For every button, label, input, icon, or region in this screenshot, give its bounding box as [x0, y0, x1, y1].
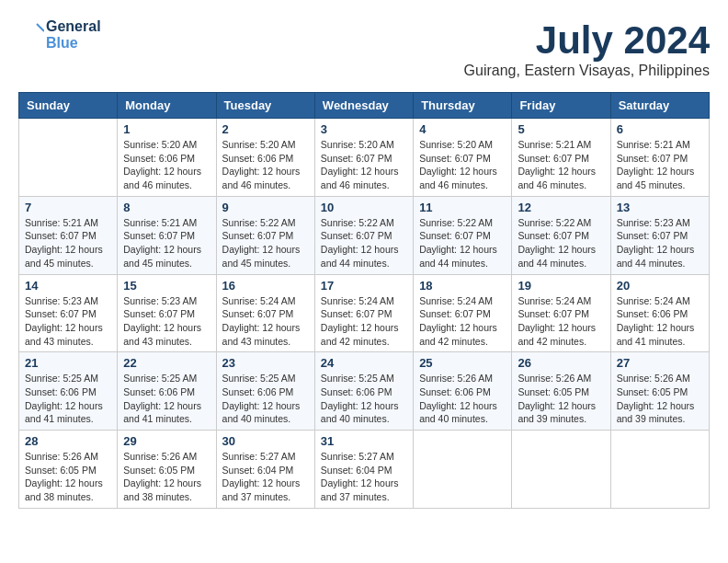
- day-of-week-header: Sunday: [19, 93, 118, 119]
- day-info: Sunrise: 5:24 AM Sunset: 6:06 PM Dayligh…: [617, 294, 703, 349]
- location-title: Guirang, Eastern Visayas, Philippines: [464, 63, 710, 79]
- calendar-day-cell: 27Sunrise: 5:26 AM Sunset: 6:05 PM Dayli…: [610, 352, 709, 431]
- calendar-day-cell: 12Sunrise: 5:22 AM Sunset: 6:07 PM Dayli…: [512, 196, 610, 274]
- calendar-day-cell: 8Sunrise: 5:21 AM Sunset: 6:07 PM Daylig…: [118, 196, 216, 274]
- day-number: 1: [123, 122, 210, 136]
- calendar-day-cell: 30Sunrise: 5:27 AM Sunset: 6:04 PM Dayli…: [216, 431, 314, 509]
- day-number: 22: [123, 356, 210, 370]
- calendar-day-cell: 1Sunrise: 5:20 AM Sunset: 6:06 PM Daylig…: [118, 119, 216, 197]
- month-year-title: July 2024: [464, 18, 710, 63]
- day-info: Sunrise: 5:27 AM Sunset: 6:04 PM Dayligh…: [321, 450, 407, 504]
- day-info: Sunrise: 5:21 AM Sunset: 6:07 PM Dayligh…: [123, 216, 210, 270]
- day-info: Sunrise: 5:20 AM Sunset: 6:07 PM Dayligh…: [419, 138, 506, 192]
- day-number: 2: [222, 122, 309, 136]
- day-info: Sunrise: 5:22 AM Sunset: 6:07 PM Dayligh…: [419, 216, 506, 270]
- day-info: Sunrise: 5:26 AM Sunset: 6:05 PM Dayligh…: [617, 372, 703, 426]
- day-number: 18: [419, 279, 506, 293]
- calendar-day-cell: 25Sunrise: 5:26 AM Sunset: 6:06 PM Dayli…: [414, 352, 512, 431]
- day-number: 16: [222, 279, 309, 293]
- day-info: Sunrise: 5:25 AM Sunset: 6:06 PM Dayligh…: [123, 372, 210, 426]
- empty-cell: [610, 431, 709, 509]
- day-number: 10: [321, 201, 407, 214]
- calendar-day-cell: 11Sunrise: 5:22 AM Sunset: 6:07 PM Dayli…: [414, 196, 512, 274]
- logo-blue: Blue: [46, 35, 101, 52]
- calendar-day-cell: 29Sunrise: 5:26 AM Sunset: 6:05 PM Dayli…: [118, 431, 216, 509]
- day-info: Sunrise: 5:21 AM Sunset: 6:07 PM Dayligh…: [617, 138, 703, 192]
- day-info: Sunrise: 5:21 AM Sunset: 6:07 PM Dayligh…: [25, 216, 111, 270]
- logo: General Blue: [18, 18, 101, 51]
- day-number: 30: [222, 434, 309, 448]
- day-number: 20: [617, 279, 703, 293]
- day-of-week-header: Friday: [512, 93, 610, 119]
- day-number: 24: [321, 356, 407, 370]
- day-number: 27: [617, 356, 703, 370]
- calendar-day-cell: 23Sunrise: 5:25 AM Sunset: 6:06 PM Dayli…: [216, 352, 314, 431]
- day-number: 21: [25, 356, 111, 370]
- calendar-day-cell: 5Sunrise: 5:21 AM Sunset: 6:07 PM Daylig…: [512, 119, 610, 197]
- day-info: Sunrise: 5:21 AM Sunset: 6:07 PM Dayligh…: [518, 138, 604, 192]
- calendar-day-cell: 14Sunrise: 5:23 AM Sunset: 6:07 PM Dayli…: [19, 274, 118, 352]
- day-number: 19: [518, 279, 604, 293]
- logo-general: General: [46, 18, 101, 35]
- day-info: Sunrise: 5:26 AM Sunset: 6:06 PM Dayligh…: [419, 372, 506, 426]
- calendar-day-cell: 9Sunrise: 5:22 AM Sunset: 6:07 PM Daylig…: [216, 196, 314, 274]
- day-number: 8: [123, 201, 210, 214]
- day-of-week-header: Saturday: [610, 93, 709, 119]
- calendar-day-cell: 24Sunrise: 5:25 AM Sunset: 6:06 PM Dayli…: [314, 352, 413, 431]
- day-info: Sunrise: 5:23 AM Sunset: 6:07 PM Dayligh…: [617, 216, 703, 270]
- day-number: 4: [419, 122, 506, 136]
- day-number: 17: [321, 279, 407, 293]
- day-info: Sunrise: 5:24 AM Sunset: 6:07 PM Dayligh…: [321, 294, 407, 349]
- day-info: Sunrise: 5:24 AM Sunset: 6:07 PM Dayligh…: [518, 294, 604, 349]
- calendar-day-cell: 18Sunrise: 5:24 AM Sunset: 6:07 PM Dayli…: [414, 274, 512, 352]
- calendar-day-cell: 3Sunrise: 5:20 AM Sunset: 6:07 PM Daylig…: [314, 119, 413, 197]
- day-info: Sunrise: 5:24 AM Sunset: 6:07 PM Dayligh…: [419, 294, 506, 349]
- day-of-week-header: Tuesday: [216, 93, 314, 119]
- day-info: Sunrise: 5:23 AM Sunset: 6:07 PM Dayligh…: [25, 294, 111, 349]
- calendar-day-cell: 21Sunrise: 5:25 AM Sunset: 6:06 PM Dayli…: [19, 352, 118, 431]
- calendar-day-cell: 19Sunrise: 5:24 AM Sunset: 6:07 PM Dayli…: [512, 274, 610, 352]
- day-info: Sunrise: 5:24 AM Sunset: 6:07 PM Dayligh…: [222, 294, 309, 349]
- svg-rect-0: [18, 22, 44, 48]
- calendar-day-cell: 15Sunrise: 5:23 AM Sunset: 6:07 PM Dayli…: [118, 274, 216, 352]
- day-of-week-header: Thursday: [414, 93, 512, 119]
- empty-cell: [512, 431, 610, 509]
- day-info: Sunrise: 5:26 AM Sunset: 6:05 PM Dayligh…: [25, 450, 111, 504]
- day-number: 12: [518, 201, 604, 214]
- day-number: 28: [25, 434, 111, 448]
- calendar-day-cell: 6Sunrise: 5:21 AM Sunset: 6:07 PM Daylig…: [610, 119, 709, 197]
- empty-cell: [19, 119, 118, 197]
- day-info: Sunrise: 5:23 AM Sunset: 6:07 PM Dayligh…: [123, 294, 210, 349]
- day-number: 13: [617, 201, 703, 214]
- day-number: 7: [25, 201, 111, 214]
- calendar-day-cell: 10Sunrise: 5:22 AM Sunset: 6:07 PM Dayli…: [314, 196, 413, 274]
- day-of-week-header: Wednesday: [314, 93, 413, 119]
- day-number: 14: [25, 279, 111, 293]
- calendar-day-cell: 16Sunrise: 5:24 AM Sunset: 6:07 PM Dayli…: [216, 274, 314, 352]
- calendar-day-cell: 17Sunrise: 5:24 AM Sunset: 6:07 PM Dayli…: [314, 274, 413, 352]
- day-info: Sunrise: 5:20 AM Sunset: 6:06 PM Dayligh…: [123, 138, 210, 192]
- calendar-day-cell: 31Sunrise: 5:27 AM Sunset: 6:04 PM Dayli…: [314, 431, 413, 509]
- day-info: Sunrise: 5:22 AM Sunset: 6:07 PM Dayligh…: [321, 216, 407, 270]
- calendar-day-cell: 26Sunrise: 5:26 AM Sunset: 6:05 PM Dayli…: [512, 352, 610, 431]
- day-info: Sunrise: 5:25 AM Sunset: 6:06 PM Dayligh…: [321, 372, 407, 426]
- calendar-day-cell: 22Sunrise: 5:25 AM Sunset: 6:06 PM Dayli…: [118, 352, 216, 431]
- calendar-day-cell: 7Sunrise: 5:21 AM Sunset: 6:07 PM Daylig…: [19, 196, 118, 274]
- day-number: 26: [518, 356, 604, 370]
- calendar-day-cell: 28Sunrise: 5:26 AM Sunset: 6:05 PM Dayli…: [19, 431, 118, 509]
- day-number: 23: [222, 356, 309, 370]
- day-info: Sunrise: 5:26 AM Sunset: 6:05 PM Dayligh…: [518, 372, 604, 426]
- day-number: 31: [321, 434, 407, 448]
- day-info: Sunrise: 5:26 AM Sunset: 6:05 PM Dayligh…: [123, 450, 210, 504]
- calendar-day-cell: 4Sunrise: 5:20 AM Sunset: 6:07 PM Daylig…: [414, 119, 512, 197]
- day-info: Sunrise: 5:25 AM Sunset: 6:06 PM Dayligh…: [25, 372, 111, 426]
- day-info: Sunrise: 5:27 AM Sunset: 6:04 PM Dayligh…: [222, 450, 309, 504]
- calendar-day-cell: 20Sunrise: 5:24 AM Sunset: 6:06 PM Dayli…: [610, 274, 709, 352]
- day-info: Sunrise: 5:20 AM Sunset: 6:07 PM Dayligh…: [321, 138, 407, 192]
- calendar-day-cell: 13Sunrise: 5:23 AM Sunset: 6:07 PM Dayli…: [610, 196, 709, 274]
- day-number: 5: [518, 122, 604, 136]
- day-of-week-header: Monday: [118, 93, 216, 119]
- day-number: 15: [123, 279, 210, 293]
- logo-icon: [18, 22, 44, 48]
- empty-cell: [414, 431, 512, 509]
